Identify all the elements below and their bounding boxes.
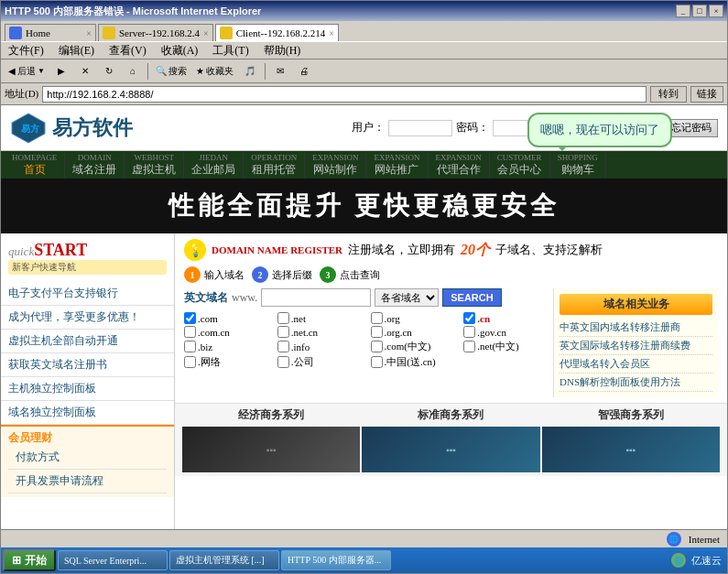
menu-favorites[interactable]: 收藏(A) [158, 42, 202, 60]
refresh-button[interactable]: ↻ [98, 61, 120, 81]
nav-email[interactable]: JIEDAN 企业邮局 [184, 151, 244, 179]
check-orgcn[interactable]: .org.cn [371, 326, 461, 338]
back-button[interactable]: ◀ 后退 ▼ [5, 61, 49, 81]
address-bar: 地址(D) 转到 链接 [1, 83, 727, 105]
menu-edit[interactable]: 编辑(E) [55, 42, 98, 60]
check-netcn[interactable]: .net.cn [277, 326, 367, 338]
member-invoice[interactable]: 开具发票申请流程 [8, 470, 167, 493]
nav-webhost[interactable]: WEBHOST 虚拟主机 [125, 151, 184, 179]
menu-view[interactable]: 查看(V) [105, 42, 150, 60]
window-controls: _ □ × [676, 5, 723, 17]
tab-home-label: Home [26, 27, 50, 38]
check-zhongguo[interactable]: .中国(送.cn) [371, 355, 461, 369]
domain-search-input[interactable] [261, 288, 371, 307]
check-gongsi[interactable]: .公司 [277, 355, 367, 369]
taskbar: ⊞ 开始 SQL Server Enterpri... 虚拟主机管理系统 [..… [1, 547, 727, 573]
tab-server[interactable]: Server--192.168.2.4 × [98, 24, 213, 41]
tab-client-close[interactable]: × [329, 28, 334, 38]
nav-cart-main: 购物车 [561, 162, 594, 178]
domain-province-select[interactable]: 各省域名 [375, 288, 439, 307]
nav-wb-top: EXPANSION [312, 153, 358, 162]
stop-button[interactable]: ✕ [74, 61, 96, 81]
search-button[interactable]: 🔍 搜索 [152, 61, 190, 81]
home-button[interactable]: ⌂ [122, 61, 144, 81]
step-2-num: 2 [252, 266, 268, 283]
nav-website-build[interactable]: EXPANSION 网站制作 [305, 151, 366, 179]
content-area: 嗯嗯，现在可以访问了 易方 易方软件 用户： 密码： ▶ 登陆 [1, 105, 727, 547]
check-com-cn[interactable]: .com(中文) [371, 340, 461, 353]
step-1: 1 输入域名 [184, 266, 244, 283]
check-net-cn[interactable]: .net(中文) [463, 340, 553, 353]
sidebar-link-0[interactable]: 中英文国内域名转移注册商 [560, 319, 712, 337]
taskbar-item-vhost[interactable]: 虚拟主机管理系统 [...] [169, 550, 279, 570]
nav-hosting-top: OPERATION [251, 153, 297, 162]
domain-steps: 1 输入域名 2 选择后缀 3 点击查询 [184, 266, 718, 283]
menu-file[interactable]: 文件(F) [5, 42, 48, 60]
site-logo: 易方 易方软件 [10, 112, 133, 145]
sidebar-link-3[interactable]: DNS解析控制面板使用方法 [560, 374, 712, 392]
tab-home-close[interactable]: × [86, 28, 92, 38]
member-section: 会员理财 付款方式 开具发票申请流程 [1, 425, 174, 497]
media-icon: 🎵 [244, 66, 255, 76]
start-button[interactable]: ⊞ 开始 [3, 549, 56, 571]
toolbar-separator [147, 63, 148, 80]
address-input[interactable] [42, 86, 647, 103]
nav-domain[interactable]: DOMAIN 域名注册 [65, 151, 125, 179]
check-net[interactable]: .net [277, 312, 367, 324]
tab-home[interactable]: Home × [5, 24, 96, 41]
quick-item-5[interactable]: 域名独立控制面板 [1, 401, 174, 425]
check-org[interactable]: .org [371, 312, 461, 324]
print-button[interactable]: 🖨 [293, 61, 315, 81]
banner-text: 性能全面提升 更快更稳更安全 [168, 189, 560, 223]
check-govcn[interactable]: .gov.cn [463, 326, 553, 338]
media-button[interactable]: 🎵 [239, 61, 261, 81]
tab-client[interactable]: Client--192.168.2.214 × [215, 24, 339, 41]
star-icon: ★ [196, 66, 204, 76]
domain-banner-text: 注册域名，立即拥有 [348, 242, 455, 258]
quick-item-1[interactable]: 成为代理，享受更多优惠！ [1, 306, 174, 330]
domain-register-label: DOMAIN NAME REGISTER [212, 244, 342, 255]
tray-text: 亿速云 [691, 554, 722, 568]
mail-button[interactable]: ✉ [269, 61, 291, 81]
check-cn[interactable]: .cn [463, 312, 553, 324]
member-pay[interactable]: 付款方式 [8, 446, 167, 470]
back-label: 后退 [17, 65, 36, 78]
menu-tools[interactable]: 工具(T) [209, 42, 252, 60]
quick-item-0[interactable]: 电子支付平台支持银行 [1, 282, 174, 306]
check-info[interactable]: .info [277, 340, 367, 353]
domain-banner2: 子域名、支持泛解析 [495, 242, 603, 258]
check-biz[interactable]: .biz [184, 340, 274, 353]
back-icon: ◀ [8, 66, 16, 76]
nav-member[interactable]: CUSTOMER 会员中心 [490, 151, 550, 179]
nav-hosting[interactable]: OPERATION 租用托管 [244, 151, 305, 179]
sidebar-link-2[interactable]: 代理域名转入会员区 [560, 355, 712, 374]
close-button[interactable]: × [709, 5, 723, 17]
quick-item-3[interactable]: 获取英文域名注册书 [1, 353, 174, 377]
links-button[interactable]: 链接 [690, 86, 723, 103]
user-input[interactable] [388, 120, 452, 136]
minimize-button[interactable]: _ [676, 5, 690, 17]
quick-item-4[interactable]: 主机独立控制面板 [1, 377, 174, 401]
tab-server-close[interactable]: × [203, 28, 209, 38]
nav-promotion[interactable]: EXPANSION 网站推广 [366, 151, 428, 179]
taskbar-item-sqlserver[interactable]: SQL Server Enterpri... [58, 550, 168, 570]
toolbar: ◀ 后退 ▼ ▶ ✕ ↻ ⌂ 🔍 搜索 ★ 收藏夹 🎵 ✉ 🖨 [1, 60, 727, 83]
domain-banner: 💡 DOMAIN NAME REGISTER 注册域名，立即拥有 20个 子域名… [184, 239, 718, 261]
nav-email-main: 企业邮局 [191, 162, 235, 178]
check-comcn[interactable]: .com.cn [184, 326, 274, 338]
taskbar-item-http500[interactable]: HTTP 500 内部服务器... [281, 550, 391, 570]
sidebar-link-1[interactable]: 英文国际域名转移注册商续费 [560, 337, 712, 355]
check-wangluo[interactable]: .网络 [184, 355, 274, 369]
go-button[interactable]: 转到 [650, 86, 687, 103]
check-com[interactable]: .com [184, 312, 274, 324]
menu-help[interactable]: 帮助(H) [260, 42, 305, 60]
maximize-button[interactable]: □ [692, 5, 707, 17]
nav-homepage[interactable]: HOMEPAGE 首页 [5, 151, 65, 179]
quick-item-2[interactable]: 虚拟主机全部自动开通 [1, 330, 174, 353]
domain-search-button[interactable]: SEARCH [442, 288, 501, 307]
step-3: 3 点击查询 [320, 266, 380, 283]
favorites-button[interactable]: ★ 收藏夹 [192, 61, 237, 81]
forward-button[interactable]: ▶ [50, 61, 72, 81]
nav-agent[interactable]: EXPANSION 代理合作 [429, 151, 490, 179]
domain-checkboxes: .com .net .org .cn .com.cn .net.cn .org.… [184, 312, 553, 369]
